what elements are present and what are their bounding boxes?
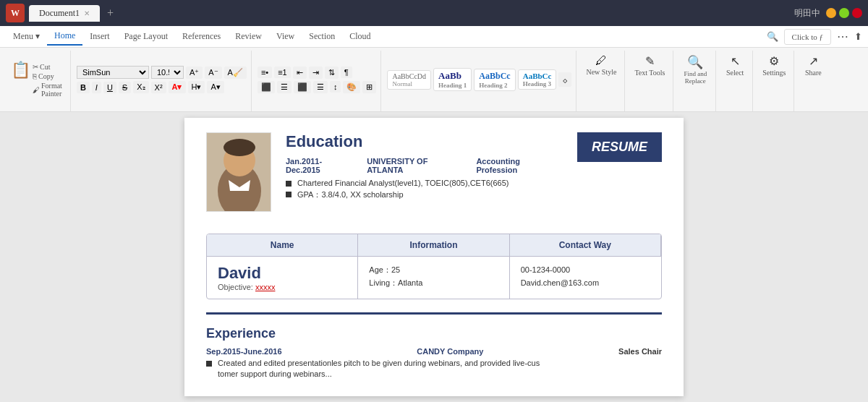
share-group: ↗ Share [796,51,830,111]
blue-divider [206,312,662,315]
close-button[interactable] [852,8,862,18]
sort-button[interactable]: ⇅ [325,67,339,79]
text-tools-button[interactable]: ✎ Text Tools [631,52,668,79]
align-right-button[interactable]: ⬛ [294,81,311,93]
copy-button[interactable]: ⎘ Copy [33,72,62,81]
strikethrough-button[interactable]: S [119,82,131,93]
cut-button[interactable]: ✂ Cut [33,62,62,72]
text-tools-icon: ✎ [645,54,655,68]
font-size-select[interactable]: 10.5 [151,66,184,79]
search-icon[interactable]: 🔍 [767,31,778,43]
exp-bullet-1: Created and edited presentationles pitch… [206,359,662,367]
title-bar-left: W Document1 ✕ + [6,4,114,22]
line-spacing-button[interactable]: ↕ [330,81,341,93]
new-style-button[interactable]: 🖊 New Style [582,52,620,78]
tab-close-icon[interactable]: ✕ [84,9,90,17]
align-left-button[interactable]: ⬛ [258,81,275,93]
shading-button[interactable]: 🎨 [343,81,360,93]
objective-link[interactable]: xxxxx [255,283,276,291]
info-header-name: Name [207,234,358,256]
info-section: Name Information Contact Way David Objec… [184,226,684,307]
info-data-name: David Objective: xxxxx [207,256,358,299]
edu-bullet-1: Chartered Financial Analyst(level1), TOE… [286,179,563,187]
maximize-button[interactable] [839,8,849,18]
photo-box [206,132,271,212]
document-area: Education Jan.2011-Dec.2015 UNIVERSITY O… [0,112,868,402]
tab-references[interactable]: References [175,28,228,45]
tab-view[interactable]: View [269,28,302,45]
style-heading1[interactable]: AaBb Heading 1 [433,68,472,91]
format-painter-button[interactable]: 🖌 FormatPainter [33,81,62,98]
subscript-button[interactable]: X₂ [133,81,148,93]
photo-svg [207,133,271,212]
info-grid: Name Information Contact Way David Objec… [206,234,662,299]
tab-review[interactable]: Review [228,28,269,45]
find-replace-group: 🔍 Find and Replace [675,51,716,111]
document-page[interactable]: Education Jan.2011-Dec.2015 UNIVERSITY O… [184,118,684,396]
increase-indent-button[interactable]: ⇥ [309,67,323,79]
show-marks-button[interactable]: ¶ [341,67,352,78]
format-painter-icon: 🖌 [33,86,40,94]
ribbon: Menu ▾ Home Insert Page Layout Reference… [0,26,868,112]
find-replace-button[interactable]: 🔍 Find and Replace [679,52,711,87]
font-style-row: B I U S X₂ X² A▾ H▾ A▾ [77,81,247,93]
exp-company: CANDY Company [417,347,483,356]
align-justify-button[interactable]: ☰ [313,81,328,93]
education-date-row: Jan.2011-Dec.2015 UNIVERSITY OF ATLANTA … [286,157,563,174]
ribbon-tabs: Menu ▾ Home Insert Page Layout Reference… [0,26,868,48]
phone-contact: 00-1234-0000 [521,264,650,277]
underline-button[interactable]: U [103,82,116,93]
resume-badge: RESUME [577,132,662,162]
italic-button[interactable]: I [92,82,101,93]
education-section: Education Jan.2011-Dec.2015 UNIVERSITY O… [286,132,563,202]
experience-row: Sep.2015-June.2016 CANDY Company Sales C… [206,347,662,356]
styles-arrow-button[interactable]: ⬦ [558,72,571,87]
exp-bullets: Created and edited presentationles pitch… [206,359,662,378]
clear-format-button[interactable]: A🧹 [224,67,247,79]
edu-profession: Accounting Profession [476,157,563,174]
style-heading2[interactable]: AaBbCc Heading 2 [474,69,515,91]
bold-button[interactable]: B [77,82,90,93]
tab-home[interactable]: Home [47,27,82,46]
paste-icon: 📋 [11,61,30,80]
align-center-button[interactable]: ☰ [277,81,292,93]
svg-point-3 [224,139,255,156]
menu-button[interactable]: Menu ▾ [6,28,47,45]
share-button[interactable]: ↗ Share [800,52,826,79]
font-grow-button[interactable]: A⁺ [186,67,203,79]
font-color-button[interactable]: A▾ [169,81,186,93]
select-button[interactable]: ↖ Select [722,52,748,79]
info-data-information: Age：25 Living：Atlanta [358,256,509,299]
experience-title: Experience [206,326,662,341]
minimize-button[interactable] [826,8,836,18]
decrease-indent-button[interactable]: ⇤ [293,67,307,79]
superscript-button[interactable]: X² [151,82,166,93]
tab-section[interactable]: Section [302,28,342,45]
ribbon-content: 📋 ✂ Cut ⎘ Copy 🖌 FormatPain [0,48,868,111]
exp-bullet-sq-1 [206,361,212,367]
border-button[interactable]: ⊞ [362,81,376,93]
tab-cloud[interactable]: Cloud [342,28,378,45]
style-normal[interactable]: AaBbCcDd Normal [387,70,431,90]
expand-icon[interactable]: ⬆ [854,31,862,43]
select-icon: ↖ [731,54,740,68]
ordered-list-button[interactable]: ≡1 [274,67,291,78]
tab-insert[interactable]: Insert [82,28,116,45]
click-to-button[interactable]: Click to ƒ [784,29,831,45]
add-tab-button[interactable]: + [107,7,114,20]
settings-button[interactable]: ⚙ Settings [759,52,789,79]
font-name-select[interactable]: SimSun [77,66,149,79]
info-header-contact: Contact Way [510,234,661,256]
font-color2-button[interactable]: A▾ [207,81,224,93]
style-heading3[interactable]: AaBbCc Heading 3 [518,69,557,90]
document-tab[interactable]: Document1 ✕ [29,5,100,22]
exp-role: Sales Chair [618,347,662,356]
edu-university: UNIVERSITY OF ATLANTA [367,157,465,174]
paste-button[interactable]: 📋 ✂ Cut ⎘ Copy 🖌 FormatPain [7,59,66,100]
tab-page-layout[interactable]: Page Layout [117,28,175,45]
unordered-list-button[interactable]: ≡• [258,67,272,78]
more-icon[interactable]: ⋯ [837,30,848,43]
font-shrink-button[interactable]: A⁻ [205,67,221,79]
living-detail: Living：Atlanta [369,277,498,290]
highlight-button[interactable]: H▾ [188,81,205,93]
